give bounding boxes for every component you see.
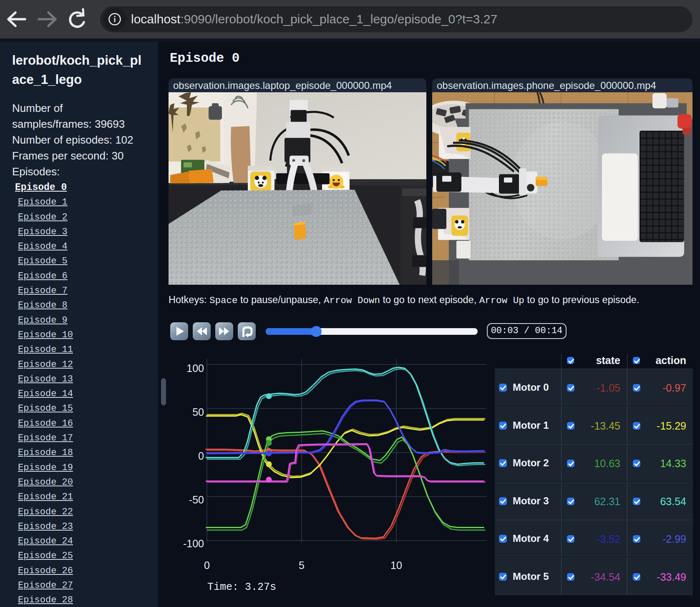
svg-text:Time: 3.27s: Time: 3.27s (207, 581, 276, 593)
svg-text:-100: -100 (183, 538, 204, 549)
svg-text:50: 50 (192, 406, 204, 418)
svg-text:100: 100 (186, 362, 204, 374)
svg-text:0: 0 (198, 450, 204, 462)
svg-text:10: 10 (390, 559, 402, 571)
svg-text:-50: -50 (189, 494, 204, 506)
svg-text:0: 0 (204, 559, 210, 571)
svg-text:5: 5 (299, 559, 305, 571)
